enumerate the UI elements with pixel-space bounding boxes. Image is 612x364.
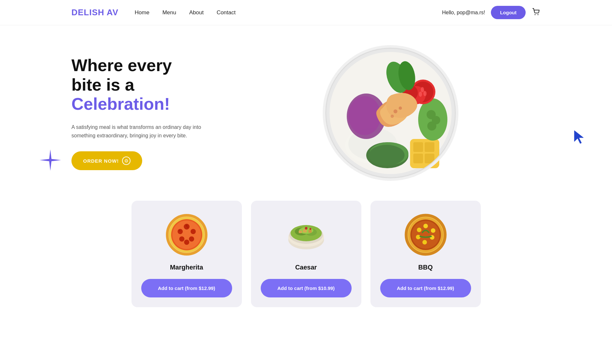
- cart-icon[interactable]: [531, 7, 541, 18]
- svg-point-46: [179, 230, 180, 232]
- products-section: Margherita Add to cart (from $12.99): [0, 194, 612, 327]
- nav-home[interactable]: Home: [135, 9, 149, 16]
- svg-point-45: [187, 227, 188, 228]
- hero-food-image: [322, 45, 459, 181]
- svg-rect-55: [303, 229, 307, 232]
- greeting-text: Hello, pop@ma.rs!: [442, 10, 485, 16]
- order-btn-label: ORDER NOW!: [83, 158, 119, 164]
- hero-highlight: Celebration!: [71, 94, 170, 113]
- product-card-bbq: BBQ Add to cart (from $12.99): [370, 201, 481, 307]
- svg-point-68: [430, 235, 434, 240]
- product-card-margherita: Margherita Add to cart (from $12.99): [131, 201, 242, 307]
- svg-rect-57: [299, 231, 302, 233]
- hero-section: Where every bite is a Celebration! A sat…: [0, 25, 612, 194]
- svg-point-8: [369, 145, 405, 166]
- add-to-cart-margherita[interactable]: Add to cart (from $12.99): [141, 279, 232, 297]
- svg-rect-11: [425, 142, 434, 152]
- svg-point-43: [184, 240, 189, 245]
- nav-menu[interactable]: Menu: [162, 9, 176, 16]
- product-name-caesar: Caesar: [295, 264, 317, 271]
- order-now-button[interactable]: ORDER NOW! ⊙: [71, 151, 142, 170]
- svg-point-67: [416, 235, 420, 239]
- product-name-bbq: BBQ: [418, 264, 432, 271]
- svg-point-29: [393, 109, 397, 113]
- svg-point-65: [417, 228, 421, 232]
- svg-point-42: [189, 236, 194, 242]
- svg-point-44: [186, 225, 188, 227]
- svg-point-31: [391, 115, 394, 118]
- svg-point-25: [423, 91, 427, 96]
- svg-point-39: [178, 229, 183, 234]
- cursor-decoration: [573, 129, 586, 145]
- hero-subtitle: A satisfying meal is what transforms an …: [71, 123, 201, 140]
- hero-image-container: [240, 45, 541, 181]
- svg-rect-12: [413, 154, 423, 163]
- svg-point-40: [191, 229, 196, 234]
- svg-point-15: [348, 96, 381, 135]
- svg-rect-56: [308, 230, 312, 233]
- hero-text-block: Where every bite is a Celebration! A sat…: [71, 56, 240, 170]
- svg-point-69: [422, 240, 427, 245]
- nav-about[interactable]: About: [189, 9, 204, 16]
- svg-point-24: [421, 87, 424, 92]
- svg-point-30: [399, 107, 402, 110]
- header-right: Hello, pop@ma.rs! Logout: [442, 6, 541, 19]
- order-btn-arrow: ⊙: [122, 157, 131, 165]
- svg-point-59: [309, 228, 311, 230]
- svg-point-58: [305, 227, 307, 230]
- svg-point-64: [423, 224, 428, 228]
- nav-contact[interactable]: Contact: [217, 9, 236, 16]
- site-logo: DELISH AV: [71, 7, 119, 18]
- svg-point-0: [535, 14, 536, 15]
- add-to-cart-bbq[interactable]: Add to cart (from $12.99): [380, 279, 471, 297]
- site-header: DELISH AV Home Menu About Contact Hello,…: [0, 0, 612, 25]
- svg-point-1: [538, 14, 539, 15]
- product-card-caesar: Caesar Add to cart (from $10.99): [251, 201, 361, 307]
- svg-point-19: [427, 121, 436, 131]
- product-image-bbq: [405, 214, 447, 256]
- svg-rect-10: [413, 142, 423, 152]
- add-to-cart-caesar[interactable]: Add to cart (from $10.99): [261, 279, 352, 297]
- svg-point-41: [179, 236, 184, 242]
- svg-point-66: [431, 228, 435, 233]
- product-image-caesar: [285, 214, 327, 256]
- product-name-margherita: Margherita: [170, 264, 203, 271]
- hero-title: Where every bite is a Celebration!: [71, 56, 240, 114]
- svg-point-26: [419, 92, 422, 97]
- main-nav: Home Menu About Contact: [135, 9, 429, 16]
- sparkle-decoration: [39, 149, 62, 171]
- product-image-margherita: [166, 214, 208, 256]
- logout-button[interactable]: Logout: [491, 6, 526, 19]
